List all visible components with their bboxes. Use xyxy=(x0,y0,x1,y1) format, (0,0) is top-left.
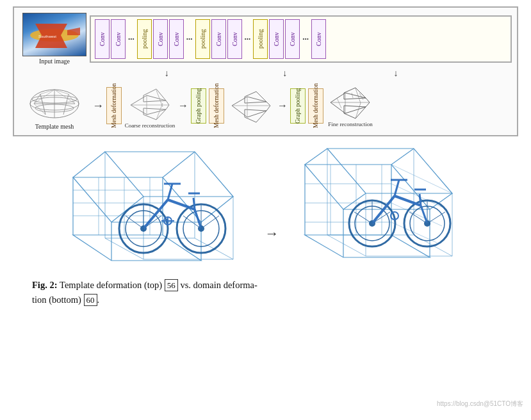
svg-marker-3 xyxy=(67,28,80,35)
down-arrow-2: ↓ xyxy=(282,69,287,79)
caption-ref-2: 60 xyxy=(84,294,97,306)
template-mesh-label: Template mesh xyxy=(35,123,74,130)
input-image-label: Input image xyxy=(39,58,70,65)
mesh-deformation-block-1: Mesh deformation xyxy=(106,87,122,124)
mid-mesh-area xyxy=(227,86,275,125)
caption-ref-1: 56 xyxy=(165,279,178,291)
mesh-deformation-block-2: Mesh deformation xyxy=(209,88,224,124)
down-arrow-1: ↓ xyxy=(165,69,169,79)
down-arrow-3: ↓ xyxy=(394,69,398,79)
watermark: https://blog.csdn@51CTO博客 xyxy=(437,400,523,408)
conv-block-1: Conv xyxy=(95,19,110,59)
cnn-blocks-container: Conv Conv ··· pooling Conv Conv ··· pool… xyxy=(90,15,512,63)
svg-line-36 xyxy=(73,152,105,177)
arrow-to-mesh-deform-1: → xyxy=(92,99,104,113)
pooling-block-3: pooling xyxy=(253,19,268,59)
svg-marker-76 xyxy=(327,149,452,193)
coarse-mesh-icon xyxy=(124,83,176,122)
svg-line-63 xyxy=(195,209,201,229)
input-image-box: Southwest xyxy=(22,13,86,56)
svg-line-19 xyxy=(156,103,163,120)
svg-marker-29 xyxy=(73,177,201,222)
svg-line-71 xyxy=(201,216,219,229)
conv-block-4: Conv xyxy=(169,19,184,59)
graph-pooling-block-1: Graph pooling xyxy=(191,88,206,124)
svg-line-108 xyxy=(395,196,421,206)
bicycle-cage-right-svg xyxy=(292,145,478,270)
fine-reconstruction-area: Fine reconstruction xyxy=(327,84,373,127)
bottom-diagram: → xyxy=(13,145,518,270)
coarse-reconstruction-area: Coarse reconstruction xyxy=(124,83,176,129)
svg-line-116 xyxy=(354,212,372,223)
bicycle-cage-left xyxy=(54,145,252,270)
fine-reconstruction-label: Fine reconstruction xyxy=(328,121,373,127)
svg-line-82 xyxy=(305,149,327,165)
caption-fig-label: Fig. 2: xyxy=(32,280,60,290)
conv-block-8: Conv xyxy=(285,19,300,59)
figure-caption: Fig. 2: Template deformation (top) 56 vs… xyxy=(13,275,518,310)
svg-line-37 xyxy=(163,152,195,177)
conv-block-2: Conv xyxy=(111,19,126,59)
pooling-block-1: pooling xyxy=(137,19,152,59)
conv-block-5: Conv xyxy=(211,19,226,59)
conv-block-6: Conv xyxy=(227,19,242,59)
svg-text:Southwest: Southwest xyxy=(38,35,56,38)
pooling-block-2: pooling xyxy=(195,19,210,59)
bicycle-cage-left-svg xyxy=(54,145,252,270)
bicycle-cage-right xyxy=(292,145,478,270)
arrows-row: ↓ ↓ ↓ xyxy=(19,69,512,79)
dots-1: ··· xyxy=(127,34,136,44)
dots-3: ··· xyxy=(243,34,252,44)
dots-2: ··· xyxy=(185,34,194,44)
arrow-3: → xyxy=(277,100,288,111)
template-mesh-area: Template mesh xyxy=(19,81,90,130)
template-mesh-icon xyxy=(28,81,82,123)
svg-line-27 xyxy=(352,93,353,98)
center-arrow: → xyxy=(265,225,279,242)
svg-line-85 xyxy=(343,193,366,209)
fine-mesh-icon xyxy=(327,84,373,121)
caption-text-part1: Template deformation (top) xyxy=(60,280,165,290)
caption-period: . xyxy=(97,295,100,305)
mesh-deformation-block-3: Mesh deformation xyxy=(308,88,323,124)
mid-mesh-icon xyxy=(227,86,275,125)
svg-line-26 xyxy=(337,98,341,108)
svg-marker-31 xyxy=(73,235,201,261)
cnn-row: Southwest Input image Conv Conv ··· pool… xyxy=(19,13,512,65)
mesh-row: Template mesh → Mesh deformation Coa xyxy=(19,81,512,130)
graph-pooling-block-2: Graph pooling xyxy=(290,88,306,124)
arrow-2: → xyxy=(178,100,188,111)
svg-line-109 xyxy=(421,206,427,223)
svg-line-83 xyxy=(391,149,414,165)
main-container: Southwest Input image Conv Conv ··· pool… xyxy=(0,0,531,420)
conv-block-7: Conv xyxy=(269,19,284,59)
conv-block-3: Conv xyxy=(153,19,168,59)
svg-line-25 xyxy=(355,103,361,118)
svg-line-58 xyxy=(168,200,195,209)
input-image-area: Southwest Input image xyxy=(19,13,90,65)
top-diagram: Southwest Input image Conv Conv ··· pool… xyxy=(13,6,518,136)
airplane-icon: Southwest xyxy=(26,16,83,53)
svg-line-113 xyxy=(420,194,421,206)
dots-4: ··· xyxy=(301,34,310,44)
coarse-reconstruction-label: Coarse reconstruction xyxy=(125,122,176,129)
svg-line-64 xyxy=(193,198,195,209)
conv-block-9: Conv xyxy=(311,19,326,59)
